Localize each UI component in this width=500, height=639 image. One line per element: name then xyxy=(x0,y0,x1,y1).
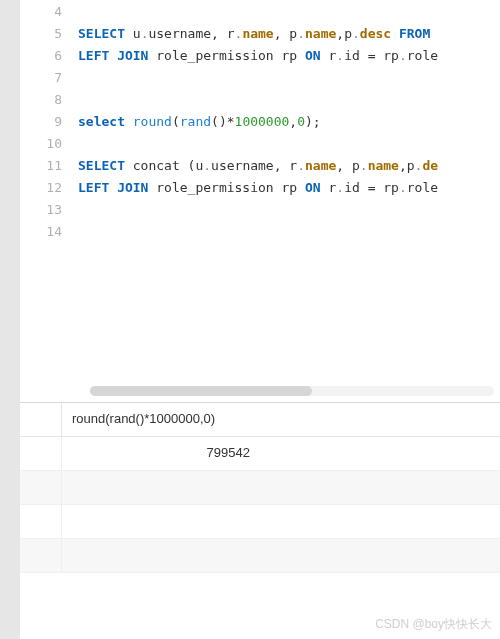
result-empty-row xyxy=(20,471,500,505)
code-content[interactable]: SELECT concat (u.username, r.name, p.nam… xyxy=(78,158,500,173)
code-line[interactable]: 4 xyxy=(20,0,500,22)
horizontal-scrollbar-thumb[interactable] xyxy=(90,386,312,396)
result-empty-row xyxy=(20,505,500,539)
line-number: 6 xyxy=(20,48,78,63)
result-value-cell[interactable]: 799542 xyxy=(62,437,500,470)
left-gutter-strip xyxy=(0,0,20,639)
result-rownum-cell xyxy=(20,437,62,470)
line-number: 10 xyxy=(20,136,78,151)
results-column-header[interactable]: round(rand()*1000000,0) xyxy=(62,403,500,436)
code-content[interactable]: SELECT u.username, r.name, p.name,p.desc… xyxy=(78,26,500,41)
main-pane: 45SELECT u.username, r.name, p.name,p.de… xyxy=(20,0,500,639)
code-line[interactable]: 13 xyxy=(20,198,500,220)
line-number: 12 xyxy=(20,180,78,195)
result-empty-row xyxy=(20,539,500,573)
line-number: 14 xyxy=(20,224,78,239)
code-content[interactable]: LEFT JOIN role_permission rp ON r.id = r… xyxy=(78,48,500,63)
line-number: 8 xyxy=(20,92,78,107)
editor-blank-area xyxy=(20,242,500,402)
code-line[interactable]: 10 xyxy=(20,132,500,154)
line-number: 9 xyxy=(20,114,78,129)
code-content[interactable]: select round(rand()*1000000,0); xyxy=(78,114,500,129)
line-number: 4 xyxy=(20,4,78,19)
code-content[interactable]: LEFT JOIN role_permission rp ON r.id = r… xyxy=(78,180,500,195)
result-row[interactable]: 799542 xyxy=(20,437,500,471)
results-corner-cell xyxy=(20,403,62,436)
line-number: 5 xyxy=(20,26,78,41)
code-line[interactable]: 11SELECT concat (u.username, r.name, p.n… xyxy=(20,154,500,176)
code-line[interactable]: 6LEFT JOIN role_permission rp ON r.id = … xyxy=(20,44,500,66)
code-editor[interactable]: 45SELECT u.username, r.name, p.name,p.de… xyxy=(20,0,500,242)
code-line[interactable]: 12LEFT JOIN role_permission rp ON r.id =… xyxy=(20,176,500,198)
results-grid: round(rand()*1000000,0) 799542 xyxy=(20,402,500,639)
line-number: 13 xyxy=(20,202,78,217)
code-line[interactable]: 14 xyxy=(20,220,500,242)
code-line[interactable]: 5SELECT u.username, r.name, p.name,p.des… xyxy=(20,22,500,44)
line-number: 11 xyxy=(20,158,78,173)
code-line[interactable]: 7 xyxy=(20,66,500,88)
code-line[interactable]: 9select round(rand()*1000000,0); xyxy=(20,110,500,132)
results-header-row: round(rand()*1000000,0) xyxy=(20,403,500,437)
line-number: 7 xyxy=(20,70,78,85)
code-line[interactable]: 8 xyxy=(20,88,500,110)
horizontal-scrollbar[interactable] xyxy=(90,386,494,396)
